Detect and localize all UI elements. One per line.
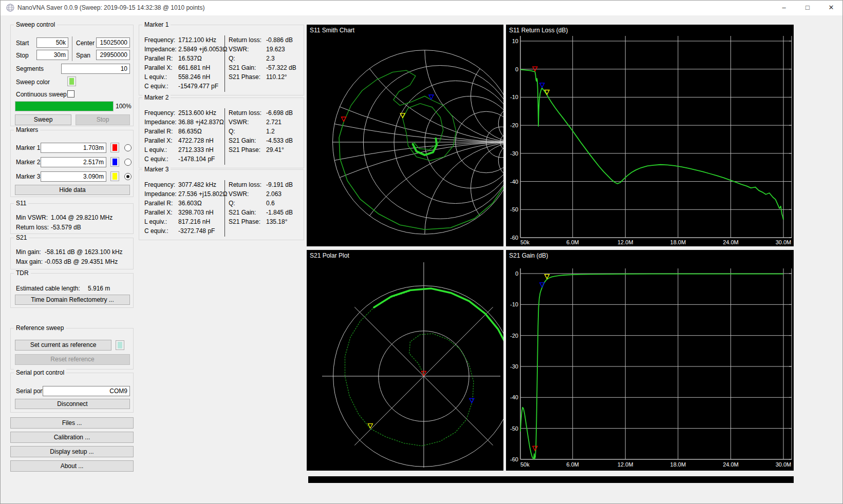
hide-data-button[interactable]: Hide data [15, 185, 130, 195]
start-input[interactable] [36, 37, 68, 48]
detail-label: Q: [229, 55, 235, 62]
detail-value: 29.41° [266, 146, 284, 153]
marker-color-swatch[interactable] [110, 157, 119, 167]
marker-radio[interactable] [124, 173, 132, 180]
detail-label: VSWR: [229, 46, 249, 53]
detail-label: C equiv.: [144, 83, 168, 90]
marker-radio[interactable] [124, 144, 132, 151]
x-tick-label: 12.0M [617, 239, 633, 245]
stat-label: Min VSWR: [16, 214, 48, 221]
detail-value: 19.623 [266, 46, 285, 53]
marker-frequency-input[interactable] [41, 157, 106, 167]
sweep-progress-bar [15, 101, 114, 111]
y-tick-label: -20 [510, 333, 518, 339]
x-tick-label: 30.0M [776, 239, 792, 245]
about-button[interactable]: About ... [10, 460, 134, 472]
x-tick-label: 6.0M [566, 461, 578, 468]
continuous-sweep-checkbox[interactable] [67, 90, 74, 98]
display-setup-button[interactable]: Display setup ... [10, 446, 134, 457]
detail-value: 2712.333 nH [178, 146, 214, 153]
s11-smith-chart[interactable]: S11 Smith Chart [307, 25, 503, 246]
tdr-panel: TDR Estimated cable length: 5.916 m Time… [10, 273, 134, 308]
detail-value: -1.845 dB [266, 209, 293, 216]
disconnect-button[interactable]: Disconnect [15, 399, 130, 409]
stat-label: Return loss: [16, 224, 49, 231]
sweep-button[interactable]: Sweep [15, 114, 71, 125]
y-tick-label: -60 [510, 235, 518, 241]
detail-value: 2513.600 kHz [178, 109, 216, 117]
reference-color-fill [118, 342, 122, 348]
detail-value: 135.18° [266, 218, 288, 225]
detail-value: -3272.748 pF [178, 227, 215, 235]
tdr-button[interactable]: Time Domain Reflectometry ... [15, 295, 130, 305]
y-tick-label: -40 [510, 179, 518, 185]
detail-label: S21 Phase: [229, 218, 260, 225]
detail-value: 16.537Ω [178, 55, 202, 62]
detail-value: 2.063 [266, 190, 282, 198]
marker-frequency-input[interactable] [41, 171, 106, 182]
detail-label: L equiv.: [144, 146, 167, 153]
close-button[interactable]: ✕ [819, 0, 843, 15]
minimize-button[interactable]: – [772, 0, 796, 15]
detail-label: Return loss: [229, 109, 261, 117]
marker-color-swatch[interactable] [110, 171, 119, 181]
x-tick-label: 12.0M [617, 461, 633, 468]
detail-label: Parallel R: [144, 128, 173, 135]
panel-title: S21 [14, 234, 29, 241]
column-divider [224, 35, 225, 92]
reset-reference-button[interactable]: Reset reference [15, 354, 130, 365]
s21-polar-plot-chart[interactable]: S21 Polar Plot [307, 250, 503, 471]
marker-label: Marker 1 [16, 144, 40, 151]
files-button[interactable]: Files ... [10, 417, 134, 429]
chart-marker-triangle [342, 117, 346, 122]
detail-value: 2.5849 +j6.0053Ω [178, 46, 227, 53]
calibration-button[interactable]: Calibration ... [10, 432, 134, 443]
chart-marker-triangle [470, 398, 474, 403]
set-reference-button[interactable]: Set current as reference [15, 340, 111, 351]
s11-stats-panel: S11 Min VSWR:1.004 @ 29.8210 MHzReturn l… [10, 203, 134, 234]
polar-svg: S21 Polar Plot [307, 250, 503, 471]
marker-color-swatch[interactable] [110, 143, 119, 152]
marker-radio[interactable] [124, 159, 132, 166]
detail-value: 661.681 nH [178, 64, 210, 71]
maximize-button[interactable]: □ [796, 0, 819, 15]
detail-value: -0.886 dB [266, 36, 293, 44]
panel-title: Marker 2 [142, 94, 171, 101]
sweep-color-swatch[interactable] [67, 76, 76, 86]
panel-title: Marker 1 [142, 21, 171, 28]
detail-value: 817.216 nH [178, 218, 210, 225]
detail-value: 2.3 [266, 55, 275, 62]
detail-label: Frequency: [144, 36, 175, 44]
detail-label: Parallel R: [144, 55, 173, 62]
x-tick-label: 30.0M [776, 461, 792, 468]
span-label: Span [76, 52, 90, 59]
stat-value: -53.579 dB [51, 224, 81, 231]
detail-value: -9.191 dB [266, 181, 293, 188]
serial-port-panel: Serial port control Serial port Disconne… [10, 373, 134, 413]
stop-button[interactable]: Stop [76, 114, 130, 125]
reference-color-swatch[interactable] [116, 340, 124, 350]
detail-label: S21 Phase: [229, 73, 260, 81]
chart-marker-triangle [540, 83, 545, 88]
segments-input[interactable] [61, 64, 130, 74]
reference-sweep-panel: Reference sweep Set current as reference… [10, 328, 134, 370]
detail-value: 558.246 nH [178, 73, 210, 81]
detail-value: 2.721 [266, 119, 282, 126]
panel-title: Reference sweep [14, 324, 66, 332]
stop-label: Stop [16, 52, 29, 59]
detail-value: 3298.703 nH [178, 209, 214, 216]
detail-label: Frequency: [144, 181, 175, 188]
y-tick-label: -40 [510, 394, 518, 400]
s21-stats-panel: S21 Min gain:-58.161 dB @ 1623.100 kHzMa… [10, 238, 134, 269]
marker-frequency-input[interactable] [41, 143, 106, 153]
y-tick-label: -50 [510, 206, 518, 212]
panel-title: TDR [14, 269, 31, 277]
s11-return-loss-chart[interactable]: 50k6.0M12.0M18.0M24.0M30.0M100-10-20-30-… [506, 25, 794, 246]
stat-value: -0.053 dB @ 29.4351 MHz [45, 258, 118, 265]
y-tick-label: -30 [510, 150, 518, 157]
span-input[interactable] [96, 50, 130, 60]
s21-gain-chart[interactable]: 50k6.0M12.0M18.0M24.0M30.0M0-10-20-30-40… [506, 250, 794, 471]
center-input[interactable] [96, 37, 130, 48]
stop-input[interactable] [36, 50, 68, 60]
serial-port-input[interactable] [43, 386, 130, 396]
